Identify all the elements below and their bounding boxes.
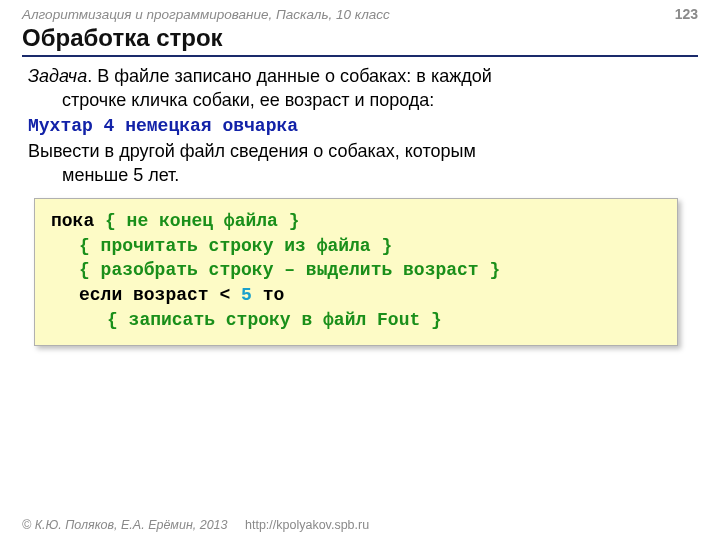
task-line-4: меньше 5 лет. <box>28 164 692 188</box>
code-comment: { разобрать строку – выделить возраст } <box>79 260 500 280</box>
task-line-1: Задача. В файле записано данные о собака… <box>28 65 692 89</box>
code-comment: { не конец файла } <box>105 211 299 231</box>
copyright: © К.Ю. Поляков, Е.А. Ерёмин, 2013 <box>22 518 228 532</box>
page-number: 123 <box>675 6 698 22</box>
code-keyword: пока <box>51 211 105 231</box>
code-keyword: если возраст < <box>79 285 241 305</box>
footer-url: http://kpolyakov.spb.ru <box>245 518 369 532</box>
task-example: Мухтар 4 немецкая овчарка <box>28 115 692 139</box>
task-label: Задача <box>28 66 87 86</box>
code-number: 5 <box>241 285 252 305</box>
slide-header: Алгоритмизация и программирование, Паска… <box>0 0 720 24</box>
code-line-1: пока { не конец файла } <box>51 209 661 234</box>
code-line-2: { прочитать строку из файла } <box>51 234 661 259</box>
task-line-3: Вывести в другой файл сведения о собаках… <box>28 140 692 164</box>
slide-footer: © К.Ю. Поляков, Е.А. Ерёмин, 2013 http:/… <box>22 518 369 532</box>
code-block: пока { не конец файла } { прочитать стро… <box>34 198 678 346</box>
course-label: Алгоритмизация и программирование, Паска… <box>22 7 390 22</box>
task-text-1: . В файле записано данные о собаках: в к… <box>87 66 492 86</box>
code-line-4: если возраст < 5 то <box>51 283 661 308</box>
code-keyword: то <box>252 285 284 305</box>
content-area: Задача. В файле записано данные о собака… <box>0 61 720 346</box>
task-line-2: строчке кличка собаки, ее возраст и поро… <box>28 89 692 113</box>
page-title: Обработка строк <box>22 24 698 57</box>
code-line-5: { записать строку в файл Fout } <box>51 308 661 333</box>
code-comment: { записать строку в файл Fout } <box>107 310 442 330</box>
code-comment: { прочитать строку из файла } <box>79 236 392 256</box>
code-line-3: { разобрать строку – выделить возраст } <box>51 258 661 283</box>
